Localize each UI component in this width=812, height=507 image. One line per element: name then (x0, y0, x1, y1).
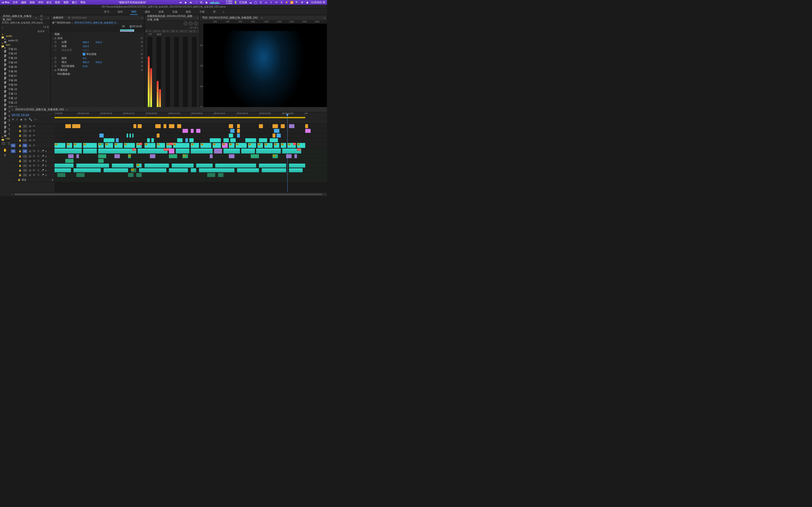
audio-clip[interactable] (98, 154, 106, 158)
track-target[interactable]: V1 (22, 144, 27, 148)
stopwatch-icon[interactable]: Ŏ (54, 45, 57, 48)
solo-icon[interactable]: S (37, 160, 40, 162)
audio-clip[interactable] (256, 149, 281, 154)
sync-lock-icon[interactable]: ▤ (28, 155, 32, 158)
video-track-header[interactable]: 🔒 V4 ▤ 👁 (10, 129, 54, 133)
video-clip[interactable] (289, 124, 294, 128)
keyframe-icon[interactable]: ◆ (45, 174, 47, 176)
anchor-x[interactable]: 960.0 (83, 61, 96, 64)
sync-lock-icon[interactable]: ▤ (28, 139, 32, 142)
voice-icon[interactable]: 🎤 (41, 174, 44, 176)
menu-graphics[interactable]: 图形 (55, 1, 60, 4)
audio-clip[interactable] (98, 149, 136, 154)
uniform-scale-checkbox[interactable] (83, 53, 85, 55)
keyframe-icon[interactable]: ◆ (52, 178, 54, 181)
audio-track-header[interactable]: 🔒 A5 ▤ M S 🎤 ◆ (10, 168, 54, 173)
video-track-lane[interactable] (54, 129, 327, 133)
list-view-icon[interactable] (2, 142, 5, 145)
lock-icon[interactable]: 🔒 (18, 139, 21, 142)
video-clip[interactable] (189, 138, 193, 142)
mute-button[interactable]: M (154, 30, 157, 33)
video-track-lane[interactable] (54, 133, 327, 138)
audio-clip[interactable] (139, 168, 166, 172)
audio-clip[interactable] (172, 164, 194, 168)
audio-clip[interactable] (98, 159, 104, 163)
menu-markers[interactable]: 标记 (47, 1, 52, 4)
video-clip[interactable]: fx (236, 143, 247, 148)
next-track-icon[interactable]: ⏭ (189, 1, 193, 4)
audio-clip[interactable] (114, 154, 120, 158)
sequence-name[interactable]: 2021年12月25日_寂静之海_全集混剪_D01 (15, 108, 64, 111)
eye-icon[interactable]: 👁 (33, 134, 36, 137)
audio-clip[interactable] (112, 164, 134, 168)
video-clip[interactable] (169, 124, 174, 128)
charge-icon[interactable]: ⚡ (285, 1, 288, 4)
track-target[interactable]: V2 (22, 138, 27, 142)
stopwatch-icon[interactable]: Ŏ (54, 65, 57, 68)
video-track-lane[interactable]: fxfxfxfxfxS01E01fxfxfxfx+1fxfxfx17:27:1f… (54, 143, 327, 148)
audio-clip[interactable] (77, 173, 85, 177)
reset-icon[interactable]: ↺ (141, 57, 143, 60)
bin-item[interactable]: ▸ ▦字幕 06 (0, 69, 50, 74)
video-track-header[interactable]: 🔒 V5 ▤ 👁 (10, 124, 54, 129)
video-clip[interactable]: fx (105, 143, 113, 148)
sync-lock-icon[interactable]: ▤ (28, 129, 32, 132)
solo-button[interactable]: S (175, 30, 178, 33)
menu-extra-icon[interactable]: ☰ (259, 1, 262, 4)
menu-window[interactable]: 窗口 (72, 1, 77, 4)
sort-column[interactable]: 帧速率 (38, 30, 45, 33)
audio-clip[interactable] (77, 164, 109, 168)
stopwatch-icon[interactable]: Ŏ (54, 41, 57, 44)
video-clip[interactable] (281, 124, 285, 128)
mute-icon[interactable]: M (33, 164, 36, 167)
source-tab[interactable]: 源: S01E03.mp4 (67, 15, 88, 20)
clip-marker[interactable]: +1 (293, 143, 296, 145)
effect-controls-tab[interactable]: 效果控件 (52, 15, 64, 20)
mute-icon[interactable]: M (33, 169, 36, 172)
audio-clip[interactable] (286, 154, 292, 158)
record-button[interactable]: ○ (196, 30, 199, 33)
bin-item[interactable]: ▸ ▦字幕 07 (0, 74, 50, 78)
video-clip[interactable] (132, 133, 134, 137)
fx-badge-icon[interactable]: fx (54, 37, 57, 40)
voice-icon[interactable]: 🎤 (41, 160, 44, 162)
video-clip[interactable]: fxS01E01 (98, 143, 104, 148)
video-clip[interactable] (223, 138, 229, 142)
lock-icon[interactable]: 🔒 (18, 160, 21, 162)
audio-track-header[interactable]: 🔒 A2 ▤ M S 🎤 ◆ (10, 154, 54, 159)
video-clip[interactable] (259, 124, 263, 128)
video-clip[interactable] (155, 124, 161, 128)
menu-view[interactable]: 视图 (63, 1, 68, 4)
solo-icon[interactable]: S (37, 169, 40, 172)
video-track-lane[interactable] (54, 124, 327, 129)
menu-clip[interactable]: 剪辑 (30, 1, 35, 4)
video-clip[interactable]: fx (114, 143, 123, 148)
settings-icon[interactable]: ⚙ (24, 118, 27, 121)
video-clip[interactable] (259, 138, 267, 142)
audio-clip[interactable] (294, 154, 297, 158)
lock-icon[interactable]: 🔒 (18, 169, 21, 172)
bin-item[interactable]: ▸ ▦字幕 04 (0, 60, 50, 65)
mute-button[interactable]: M (145, 30, 148, 33)
audio-clip[interactable] (136, 173, 142, 177)
lock-icon[interactable]: 🔒 (18, 174, 21, 176)
solo-button[interactable]: S (166, 30, 169, 33)
siri-icon[interactable]: ◉ (306, 1, 309, 4)
reset-icon[interactable]: ↺ (141, 64, 143, 68)
clip-marker[interactable]: +1 (139, 143, 142, 145)
heart-icon[interactable]: ♡ (195, 1, 198, 4)
disc-icon[interactable]: ◉ (205, 1, 208, 4)
video-clip[interactable] (305, 124, 308, 128)
sync-lock-icon[interactable]: ▤ (28, 144, 32, 147)
track-target[interactable]: V4 (22, 129, 27, 133)
audio-clip[interactable] (199, 168, 235, 172)
audio-clip[interactable] (259, 164, 286, 168)
zoom-out-icon[interactable]: ○ (11, 193, 13, 196)
menu-edit[interactable]: 编辑 (21, 1, 26, 4)
ec-opacity[interactable]: 不透明度 (57, 68, 83, 72)
project-tab-menu-icon[interactable]: ≡ (35, 16, 37, 19)
track-target[interactable]: A6 (22, 173, 27, 177)
audio-clip[interactable] (150, 154, 155, 158)
audio-clip[interactable] (241, 149, 255, 154)
twirl-icon[interactable]: › (52, 65, 54, 68)
